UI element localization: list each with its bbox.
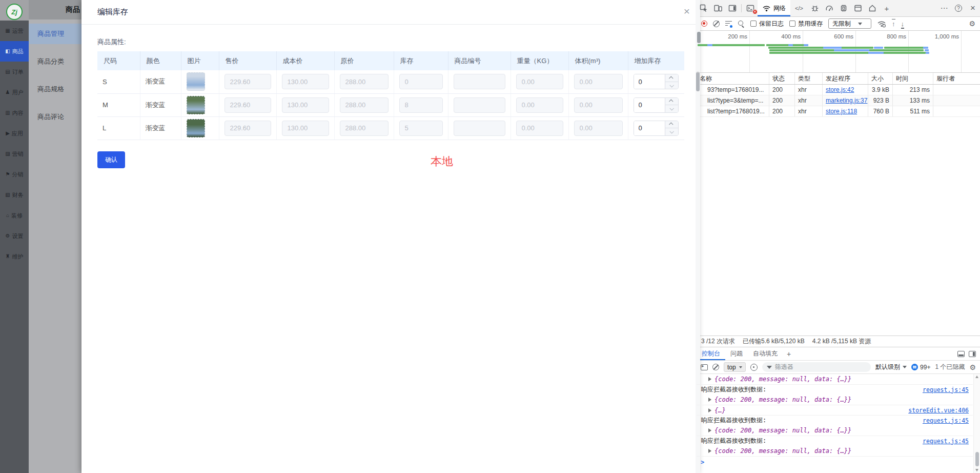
home-panel-icon[interactable]: [865, 0, 880, 16]
cost-input[interactable]: [282, 74, 329, 89]
console-scrollbar-thumb[interactable]: [975, 452, 979, 466]
network-timeline-overview[interactable]: 200 ms 400 ms 600 ms 800 ms 1,000 ms: [697, 31, 980, 73]
stock-input[interactable]: [399, 121, 443, 136]
expand-triangle-icon[interactable]: [708, 449, 711, 453]
checkbox-icon[interactable]: [789, 21, 795, 27]
original-price-input[interactable]: [340, 97, 389, 113]
console-filter-input[interactable]: 筛选器: [762, 362, 871, 372]
stepper-up-icon[interactable]: [665, 74, 678, 82]
checkbox-icon[interactable]: [750, 21, 757, 27]
submenu-item-product-management[interactable]: 商品管理: [29, 24, 81, 44]
stepper-down-icon[interactable]: [665, 105, 678, 112]
initiator-link[interactable]: store.js:118: [826, 108, 857, 115]
price-input[interactable]: [224, 74, 271, 89]
sources-icon[interactable]: </>: [790, 0, 808, 16]
weight-input[interactable]: [516, 97, 563, 113]
volume-input[interactable]: [574, 97, 623, 113]
add-stock-stepper[interactable]: [634, 97, 679, 113]
sidebar-item-distribution[interactable]: ⚑分销: [0, 164, 29, 185]
dock-side-icon[interactable]: [725, 0, 740, 16]
dock-drawer-icon[interactable]: [957, 351, 965, 357]
cost-input[interactable]: [282, 121, 329, 136]
weight-input[interactable]: [516, 121, 563, 136]
original-price-input[interactable]: [340, 74, 389, 89]
console-sidebar-toggle-icon[interactable]: [701, 364, 708, 370]
stepper-down-icon[interactable]: [665, 128, 678, 135]
col-type[interactable]: 类型: [795, 73, 823, 84]
console-prompt[interactable]: >: [697, 456, 973, 468]
help-icon[interactable]: ?: [951, 0, 966, 16]
add-drawer-tab-icon[interactable]: +: [783, 347, 795, 360]
tab-network[interactable]: 网络: [758, 0, 790, 16]
sku-code-input[interactable]: [454, 121, 505, 136]
network-settings-gear-icon[interactable]: ⚙: [969, 19, 975, 28]
initiator-link[interactable]: marketing.js:37: [826, 97, 867, 104]
expand-triangle-icon[interactable]: [708, 377, 711, 381]
add-stock-input[interactable]: [634, 121, 665, 135]
sku-code-input[interactable]: [454, 97, 505, 113]
console-panel-icon[interactable]: ✕: [743, 0, 758, 16]
devtools-close-icon[interactable]: ×: [966, 0, 980, 16]
clear-console-icon[interactable]: [712, 364, 719, 370]
sidebar-item-marketing[interactable]: ▨营销: [0, 144, 29, 164]
debugger-bug-icon[interactable]: [808, 0, 822, 16]
stepper-up-icon[interactable]: [665, 98, 678, 105]
col-fulfilled-by[interactable]: 履行者: [933, 73, 980, 84]
confirm-button[interactable]: 确认: [97, 151, 125, 168]
stepper-up-icon[interactable]: [665, 121, 678, 128]
live-expression-icon[interactable]: [750, 364, 758, 371]
cost-input[interactable]: [282, 97, 329, 113]
sidebar-item-products[interactable]: ◧商品: [0, 41, 29, 62]
clear-network-icon[interactable]: [713, 21, 720, 27]
filter-icon[interactable]: [725, 21, 732, 27]
price-input[interactable]: [224, 97, 271, 113]
tab-console[interactable]: 控制台: [697, 347, 725, 360]
add-stock-stepper[interactable]: [634, 121, 679, 136]
inspect-element-icon[interactable]: [697, 0, 711, 16]
col-status[interactable]: 状态: [769, 73, 795, 84]
tab-autofill[interactable]: 自动填充: [748, 347, 783, 360]
stock-input[interactable]: [399, 97, 443, 113]
device-toolbar-icon[interactable]: [711, 0, 725, 16]
page-scrollbar-thumb[interactable]: [696, 72, 700, 91]
log-level-select[interactable]: 默认级别: [875, 363, 907, 371]
submenu-item-product-spec[interactable]: 商品规格: [29, 79, 81, 100]
submenu-item-product-review[interactable]: 商品评论: [29, 107, 81, 127]
close-icon[interactable]: ×: [684, 6, 690, 16]
col-name[interactable]: 名称: [697, 73, 769, 84]
expand-triangle-icon[interactable]: [708, 408, 711, 412]
application-icon[interactable]: [851, 0, 865, 16]
sidebar-item-settings[interactable]: ⚙设置: [0, 226, 29, 246]
original-price-input[interactable]: [340, 121, 389, 136]
more-options-icon[interactable]: ⋯: [937, 0, 951, 16]
console-settings-gear-icon[interactable]: ⚙: [969, 363, 976, 371]
more-tabs-icon[interactable]: +: [880, 0, 894, 16]
sku-code-input[interactable]: [454, 74, 505, 89]
source-link[interactable]: storeEdit.vue:406: [908, 407, 969, 414]
source-link[interactable]: request.js:45: [923, 438, 969, 445]
col-size[interactable]: 大小: [868, 73, 893, 84]
network-conditions-icon[interactable]: [877, 20, 886, 28]
export-har-icon[interactable]: ↓: [901, 21, 905, 27]
stepper-down-icon[interactable]: [665, 82, 678, 89]
col-time[interactable]: 时间: [893, 73, 933, 84]
price-input[interactable]: [224, 121, 271, 136]
record-network-icon[interactable]: [701, 21, 707, 27]
search-icon[interactable]: [738, 20, 745, 27]
network-request-row[interactable]: 93?temp=1768019... 200 xhr store.js:42 3…: [697, 85, 980, 95]
import-har-icon[interactable]: ↑: [892, 21, 895, 27]
source-link[interactable]: request.js:45: [923, 417, 969, 424]
col-initiator[interactable]: 发起程序: [823, 73, 868, 84]
sidebar-item-apps[interactable]: ▶应用: [0, 123, 29, 144]
scroll-down-icon[interactable]: [975, 469, 978, 471]
throttling-select[interactable]: 无限制: [828, 18, 871, 29]
expand-triangle-icon[interactable]: [708, 398, 711, 402]
volume-input[interactable]: [574, 74, 623, 89]
network-request-row[interactable]: list?temp=1768019... 200 xhr store.js:11…: [697, 106, 980, 117]
expand-drawer-icon[interactable]: [969, 351, 976, 357]
sidebar-item-maintenance[interactable]: ♜维护: [0, 246, 29, 267]
context-selector[interactable]: top: [724, 362, 746, 372]
scroll-up-icon[interactable]: [975, 376, 978, 378]
memory-chip-icon[interactable]: [836, 0, 851, 16]
preserve-log-checkbox[interactable]: 保留日志: [750, 19, 784, 28]
